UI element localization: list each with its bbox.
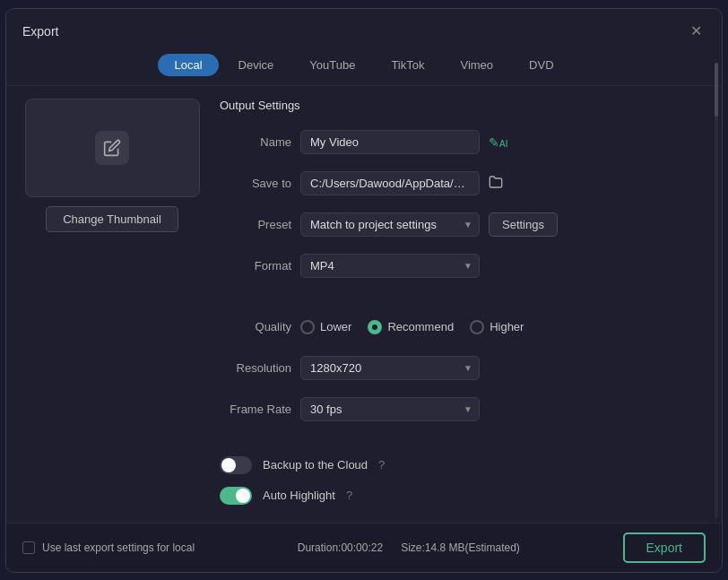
name-input[interactable]	[300, 130, 480, 154]
folder-icon[interactable]	[489, 175, 503, 192]
tab-local[interactable]: Local	[158, 54, 218, 76]
tab-dvd[interactable]: DVD	[513, 54, 569, 76]
title-bar: Export ✕	[6, 9, 722, 50]
resolution-select-wrap: 1280x720 ▼	[300, 356, 480, 380]
save-to-label: Save to	[220, 177, 291, 190]
format-row: Format MP4 ▼	[220, 252, 706, 281]
section-title: Output Settings	[220, 99, 706, 112]
quality-label: Quality	[220, 320, 291, 333]
tab-tiktok[interactable]: TikTok	[375, 54, 440, 76]
resolution-label: Resolution	[220, 361, 291, 375]
name-label: Name	[220, 135, 291, 149]
quality-higher-radio[interactable]	[470, 320, 484, 334]
preset-select[interactable]: Match to project settings	[300, 212, 480, 237]
resolution-select[interactable]: 1280x720	[300, 356, 480, 380]
scrollbar-thumb[interactable]	[715, 63, 718, 117]
backup-row: Backup to the Cloud ?	[220, 456, 706, 474]
format-select[interactable]: MP4	[300, 254, 480, 278]
backup-toggle[interactable]	[220, 456, 252, 474]
ai-icon[interactable]: ✎AI	[489, 135, 507, 150]
quality-recommend-radio[interactable]	[368, 320, 382, 334]
save-to-input[interactable]	[300, 171, 480, 195]
format-label: Format	[220, 259, 291, 273]
footer-info: Duration:00:00:22 Size:14.8 MB(Estimated…	[298, 541, 520, 554]
quality-options: Lower Recommend Higher	[300, 320, 524, 334]
frame-rate-select-wrap: 30 fps ▼	[300, 397, 480, 421]
content-area: Change Thumbnail Output Settings Name ✎A…	[6, 86, 722, 523]
export-dialog: Export ✕ Local Device YouTube TikTok Vim…	[5, 8, 723, 573]
tab-bar: Local Device YouTube TikTok Vimeo DVD	[6, 50, 722, 86]
backup-toggle-thumb	[221, 458, 236, 472]
change-thumbnail-button[interactable]: Change Thumbnail	[46, 206, 178, 232]
quality-lower[interactable]: Lower	[300, 320, 351, 334]
preset-select-wrap: Match to project settings ▼	[300, 212, 480, 237]
settings-button[interactable]: Settings	[489, 212, 558, 237]
left-panel: Change Thumbnail	[22, 99, 202, 510]
size-label: Size:14.8 MB(Estimated)	[401, 541, 520, 554]
preset-row: Preset Match to project settings ▼ Setti…	[220, 211, 706, 239]
last-settings-label: Use last export settings for local	[42, 541, 195, 554]
export-button[interactable]: Export	[623, 532, 706, 563]
frame-rate-row: Frame Rate 30 fps ▼	[220, 395, 706, 424]
format-select-wrap: MP4 ▼	[300, 254, 480, 278]
tab-device[interactable]: Device	[222, 54, 290, 76]
quality-higher[interactable]: Higher	[470, 320, 524, 334]
name-row: Name ✎AI	[220, 128, 706, 157]
dialog-title: Export	[22, 24, 58, 39]
tab-vimeo[interactable]: Vimeo	[444, 54, 509, 76]
frame-rate-select[interactable]: 30 fps	[300, 397, 480, 421]
auto-highlight-label: Auto Highlight	[263, 489, 335, 502]
save-to-row: Save to	[220, 169, 706, 198]
auto-highlight-help-icon[interactable]: ?	[346, 489, 352, 502]
right-panel: Output Settings Name ✎AI Save to Prese	[220, 99, 706, 510]
auto-highlight-toggle-thumb	[236, 489, 250, 503]
quality-recommend-label: Recommend	[387, 320, 454, 333]
auto-highlight-toggle[interactable]	[220, 487, 252, 505]
quality-row: Quality Lower Recommend Higher	[220, 313, 706, 342]
backup-help-icon[interactable]: ?	[378, 458, 385, 472]
backup-label: Backup to the Cloud	[263, 458, 368, 472]
footer: Use last export settings for local Durat…	[6, 523, 722, 572]
duration-label: Duration:00:00:22	[298, 541, 383, 554]
auto-highlight-row: Auto Highlight ?	[220, 487, 706, 505]
last-settings-row: Use last export settings for local	[22, 541, 195, 554]
quality-lower-radio[interactable]	[300, 320, 315, 334]
close-button[interactable]: ✕	[686, 22, 706, 41]
tab-youtube[interactable]: YouTube	[293, 54, 371, 76]
thumbnail-preview	[25, 99, 200, 197]
quality-recommend[interactable]: Recommend	[368, 320, 454, 334]
quality-lower-label: Lower	[320, 320, 351, 333]
resolution-row: Resolution 1280x720 ▼	[220, 354, 706, 383]
last-settings-checkbox[interactable]	[22, 541, 35, 554]
scrollbar-track	[715, 63, 718, 518]
thumbnail-icon	[95, 131, 129, 165]
preset-label: Preset	[220, 218, 291, 231]
frame-rate-label: Frame Rate	[220, 403, 291, 416]
quality-higher-label: Higher	[490, 320, 524, 333]
